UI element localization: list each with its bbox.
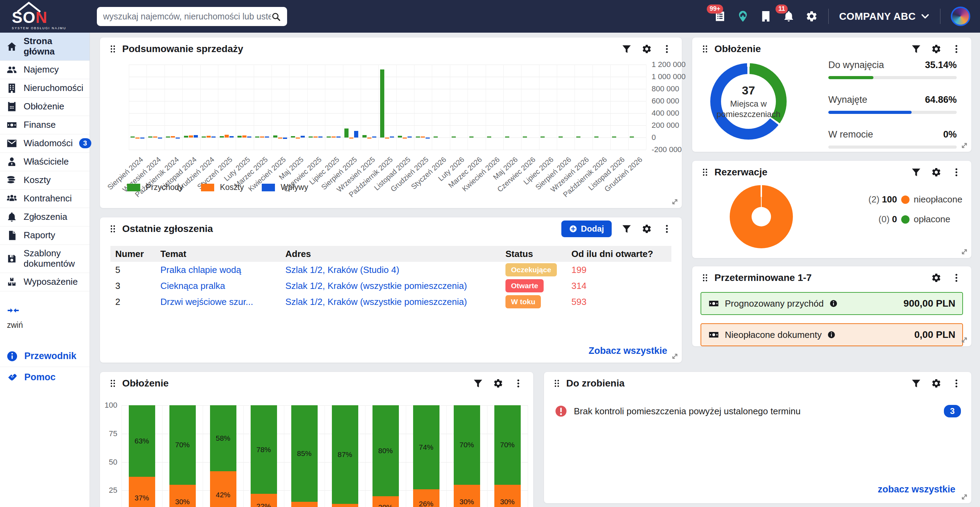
sidebar-item-equipment[interactable]: Wyposażenie xyxy=(0,273,89,291)
bar-value-label: 80% xyxy=(372,446,399,455)
kebab-menu-icon[interactable] xyxy=(662,44,672,54)
todo-item[interactable]: Brak kontroli pomieszczenia powyżej usta… xyxy=(554,405,961,418)
filter-icon[interactable] xyxy=(911,44,921,54)
tasks-icon[interactable]: 99+ xyxy=(714,10,726,22)
resize-handle-icon[interactable] xyxy=(960,336,969,344)
filter-icon[interactable] xyxy=(911,378,921,389)
resize-handle-icon[interactable] xyxy=(671,352,679,360)
sidebar-item-finance[interactable]: Finanse xyxy=(0,116,89,134)
bar-przychody xyxy=(363,135,367,137)
building-icon xyxy=(6,83,18,94)
settings-icon[interactable] xyxy=(931,273,942,283)
company-selector[interactable]: COMPANY ABC xyxy=(839,11,930,22)
settings-icon[interactable] xyxy=(931,167,942,177)
sidebar-item-label: Nieruchomości xyxy=(24,83,83,93)
kebab-menu-icon[interactable] xyxy=(513,378,523,389)
bar-przychody xyxy=(327,137,331,138)
settings-icon[interactable] xyxy=(641,44,652,54)
column-header: Od ilu dni otwarte? xyxy=(571,249,667,260)
bar-value-label: 22% xyxy=(251,502,277,507)
resize-handle-icon[interactable] xyxy=(960,141,969,150)
notifications-bell-icon[interactable]: 11 xyxy=(783,10,795,22)
stat-label: Wynajęte xyxy=(828,94,867,105)
properties-icon[interactable] xyxy=(760,10,772,22)
filter-icon[interactable] xyxy=(621,44,632,54)
ticket-address-link[interactable]: Szlak 1/2, Kraków (Studio 4) xyxy=(285,265,506,275)
drag-handle-icon[interactable] xyxy=(701,274,709,282)
kebab-menu-icon[interactable] xyxy=(951,273,962,283)
kebab-menu-icon[interactable] xyxy=(951,378,962,389)
drag-handle-icon[interactable] xyxy=(109,379,117,387)
column-header: Adres xyxy=(285,249,506,260)
bar-przychody xyxy=(630,137,634,137)
settings-icon[interactable] xyxy=(931,44,942,54)
settings-icon[interactable] xyxy=(493,378,503,389)
sidebar-item-messages[interactable]: Wiadomości3 xyxy=(0,134,89,153)
ticket-address-link[interactable]: Szlak 1/2, Kraków (wszystkie pomieszczen… xyxy=(285,297,506,307)
sidebar-item-tickets[interactable]: Zgłoszenia xyxy=(0,208,89,226)
ticket-subject-link[interactable]: Drzwi wejściowe szur... xyxy=(161,297,285,307)
sidebar-item-label: Obłożenie xyxy=(24,101,64,112)
drag-handle-icon[interactable] xyxy=(701,168,709,176)
ticket-subject-link[interactable]: Pralka chlapie wodą xyxy=(161,265,285,275)
drag-handle-icon[interactable] xyxy=(109,225,117,233)
app-logo[interactable]: SON SYSTEM OBSŁUGI NAJMU xyxy=(0,0,70,33)
panel-title: Do zrobienia xyxy=(566,378,625,389)
y-axis-label: 75 xyxy=(103,429,117,438)
kebab-menu-icon[interactable] xyxy=(951,167,962,177)
drag-handle-icon[interactable] xyxy=(701,45,709,53)
gridline xyxy=(146,65,147,150)
top-bar: SON SYSTEM OBSŁUGI NAJMU 99+ 11 COMPANY … xyxy=(0,0,980,33)
drag-handle-icon[interactable] xyxy=(109,45,117,53)
sidebar-item-help[interactable]: Pomoc xyxy=(0,367,89,388)
overdue-rows: Prognozowany przychód 900,00 PLN Nieopła… xyxy=(700,292,963,346)
kebab-menu-icon[interactable] xyxy=(662,224,672,234)
filter-icon[interactable] xyxy=(621,224,632,234)
bar-przychody xyxy=(380,69,384,137)
sidebar-item-home[interactable]: Strona główna xyxy=(0,33,89,61)
resize-handle-icon[interactable] xyxy=(960,493,969,501)
sidebar-item-properties[interactable]: Nieruchomości xyxy=(0,79,89,97)
sidebar-item-occupancy[interactable]: Obłożenie xyxy=(0,97,89,116)
settings-gear-icon[interactable] xyxy=(805,10,818,22)
sidebar-item-guide[interactable]: Przewodnik xyxy=(0,346,89,367)
map-pin-icon[interactable] xyxy=(737,10,749,22)
see-all-link[interactable]: Zobacz wszystkie xyxy=(589,346,667,356)
resize-handle-icon[interactable] xyxy=(671,198,679,206)
see-all-link[interactable]: zobacz wszystkie xyxy=(878,484,955,495)
drag-handle-icon[interactable] xyxy=(553,379,561,387)
search-input[interactable] xyxy=(103,11,271,22)
sidebar-item-owners[interactable]: Właściciele xyxy=(0,153,89,171)
collapse-arrows-icon xyxy=(7,306,19,315)
search-icon[interactable] xyxy=(271,12,281,22)
add-ticket-button[interactable]: Dodaj xyxy=(562,220,612,237)
column-header: Temat xyxy=(161,249,285,260)
unpaid-documents-row[interactable]: Nieopłacone dokumenty 0,00 PLN xyxy=(700,323,963,346)
bar-przychody xyxy=(434,137,438,137)
ticket-address-link[interactable]: Szlak 1/2, Kraków (wszystkie pomieszczen… xyxy=(285,281,506,291)
sidebar-item-tenants[interactable]: Najemcy xyxy=(0,61,89,79)
bar-przychody xyxy=(148,137,153,137)
filter-icon[interactable] xyxy=(911,167,921,177)
ticket-subject-link[interactable]: Cieknąca pralka xyxy=(161,281,285,291)
sidebar-item-reports[interactable]: Raporty xyxy=(0,226,89,245)
settings-icon[interactable] xyxy=(931,378,942,389)
kebab-menu-icon[interactable] xyxy=(951,44,962,54)
sidebar-item-label: Najemcy xyxy=(24,65,59,75)
panel-recent-tickets: Ostatnie zgłoszenia Dodaj Numer Temat Ad… xyxy=(100,217,682,363)
sidebar-item-contractors[interactable]: Kontrahenci xyxy=(0,190,89,208)
sidebar-item-costs[interactable]: Koszty xyxy=(0,171,89,190)
info-icon[interactable] xyxy=(829,299,838,308)
settings-icon[interactable] xyxy=(641,224,652,234)
info-icon[interactable] xyxy=(827,331,835,339)
sidebar-item-templates[interactable]: Szablony dokumentów xyxy=(0,245,89,273)
gridline xyxy=(129,65,646,65)
filter-icon[interactable] xyxy=(473,378,483,389)
sidebar-collapse-button[interactable]: zwiń xyxy=(7,306,89,330)
sidebar-item-label: Raporty xyxy=(24,230,55,241)
gridline xyxy=(628,65,629,150)
resize-handle-icon[interactable] xyxy=(960,247,969,256)
forecast-revenue-row[interactable]: Prognozowany przychód 900,00 PLN xyxy=(700,292,963,315)
bar-przychody xyxy=(309,137,313,138)
user-avatar[interactable] xyxy=(951,6,970,26)
